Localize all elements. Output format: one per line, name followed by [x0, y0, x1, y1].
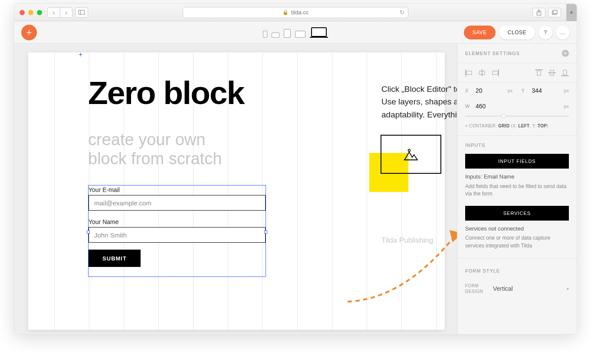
y-label: Y: [522, 88, 528, 93]
device-tablet-icon[interactable]: [284, 29, 291, 38]
form-style-title: FORM STYLE: [457, 261, 577, 278]
align-bottom-icon[interactable]: [561, 69, 569, 76]
device-phone-landscape-icon[interactable]: [272, 32, 279, 38]
container-info: + CONTAINER: GRID (X: LEFT, Y: TOP): [457, 121, 577, 136]
add-element-button[interactable]: +: [21, 25, 37, 40]
services-help-text: Connect one or more of data capture serv…: [457, 234, 577, 256]
subtitle-line2: block from scratch: [88, 150, 222, 168]
input-fields-button[interactable]: INPUT FIELDS: [465, 154, 569, 169]
x-input[interactable]: 20: [476, 87, 497, 94]
submit-button[interactable]: SUBMIT: [89, 250, 141, 267]
image-icon: [404, 148, 418, 161]
image-placeholder[interactable]: [381, 135, 441, 174]
slider-thumb[interactable]: [502, 114, 506, 118]
email-field[interactable]: mail@example.com: [89, 195, 266, 211]
subtitle[interactable]: create your own block from scratch: [88, 130, 222, 168]
w-input[interactable]: 460: [476, 103, 497, 110]
minimize-window-icon[interactable]: [28, 10, 33, 15]
w-label: W: [465, 104, 471, 109]
url-text: tilda.cc: [291, 9, 309, 16]
alignment-controls: [457, 63, 577, 83]
back-button[interactable]: ‹: [48, 8, 60, 17]
device-preview-switcher: [263, 27, 328, 38]
browser-window: ‹ › 🔒 tilda.cc ↻ + +: [14, 3, 577, 335]
email-label: Your E-mail: [89, 185, 266, 195]
form-design-label: FORMDESIGN: [465, 283, 487, 294]
name-field[interactable]: John Smith: [89, 227, 266, 243]
sidebar-toggle-group: [75, 7, 88, 18]
svg-rect-13: [537, 71, 541, 75]
app-toolbar: + SAVE CLOSE ? ...: [14, 21, 577, 44]
y-input[interactable]: 344: [532, 87, 554, 94]
width-row: W 460 px: [457, 98, 577, 114]
panel-close-button[interactable]: ✕: [562, 50, 569, 57]
help-button[interactable]: ?: [538, 26, 552, 39]
device-phone-icon[interactable]: [263, 31, 267, 38]
svg-rect-17: [563, 70, 567, 75]
nav-buttons: ‹ ›: [47, 7, 72, 18]
chevron-down-icon: ▾: [567, 286, 569, 291]
align-center-h-icon[interactable]: [478, 69, 486, 76]
watermark-text: Tilda Publishing: [381, 236, 433, 245]
align-center-v-icon[interactable]: [548, 69, 556, 76]
settings-panel: ELEMENT SETTINGS ✕ X 20 px Y 344 px: [457, 44, 577, 334]
device-tablet-landscape-icon[interactable]: [295, 31, 305, 38]
lock-icon: 🔒: [282, 10, 289, 15]
services-status-text: Services not connected: [457, 225, 577, 235]
resize-handle-left[interactable]: [87, 231, 90, 234]
sidebar-toggle-icon[interactable]: [76, 8, 88, 17]
name-label: Your Name: [89, 218, 266, 227]
new-tab-button[interactable]: +: [566, 4, 577, 21]
close-button[interactable]: CLOSE: [499, 26, 535, 39]
resize-handle-right[interactable]: [264, 231, 267, 234]
more-button[interactable]: ...: [556, 26, 570, 39]
inputs-list-text: Inputs: Email Name: [457, 173, 577, 183]
save-button[interactable]: SAVE: [464, 26, 496, 39]
align-left-icon[interactable]: [465, 69, 473, 76]
panel-header: ELEMENT SETTINGS ✕: [457, 44, 577, 63]
hero-title[interactable]: Zero block: [88, 74, 244, 111]
svg-rect-11: [492, 71, 498, 75]
form-design-select[interactable]: Vertical ▾: [493, 282, 569, 295]
width-slider[interactable]: [465, 116, 569, 117]
form-design-row: FORMDESIGN Vertical ▾: [457, 278, 577, 304]
position-row: X 20 px Y 344 px: [457, 83, 577, 98]
form-element-selected[interactable]: Your E-mail mail@example.com Your Name J…: [88, 185, 266, 277]
window-controls: [20, 10, 42, 15]
svg-rect-0: [79, 10, 85, 15]
svg-rect-4: [553, 10, 557, 14]
subtitle-line1: create your own: [88, 130, 205, 149]
svg-point-5: [408, 150, 410, 152]
canvas[interactable]: + Zero block create your own block from …: [28, 52, 445, 330]
inputs-help-text: Add fields that need to be filled to sen…: [457, 183, 577, 204]
svg-rect-7: [466, 71, 472, 75]
browser-chrome: ‹ › 🔒 tilda.cc ↻ +: [14, 4, 577, 21]
align-top-icon[interactable]: [535, 69, 543, 76]
chrome-right: +: [532, 4, 571, 21]
forward-button[interactable]: ›: [60, 8, 72, 17]
align-right-icon[interactable]: [491, 69, 499, 76]
url-bar[interactable]: 🔒 tilda.cc ↻: [183, 7, 408, 18]
share-icon[interactable]: [532, 8, 545, 17]
services-button[interactable]: SERVICES: [465, 206, 569, 221]
tabs-icon[interactable]: [548, 8, 561, 17]
toolbar-actions: SAVE CLOSE ? ...: [464, 26, 570, 39]
inputs-section-title: INPUTS: [457, 136, 577, 152]
x-label: X: [465, 88, 471, 93]
panel-title: ELEMENT SETTINGS: [465, 51, 520, 56]
maximize-window-icon[interactable]: [37, 10, 42, 15]
add-handle-icon[interactable]: +: [79, 52, 85, 58]
close-window-icon[interactable]: [20, 10, 25, 15]
workspace: + Zero block create your own block from …: [14, 44, 577, 334]
device-desktop-icon[interactable]: [310, 27, 328, 38]
reload-icon[interactable]: ↻: [400, 9, 404, 16]
